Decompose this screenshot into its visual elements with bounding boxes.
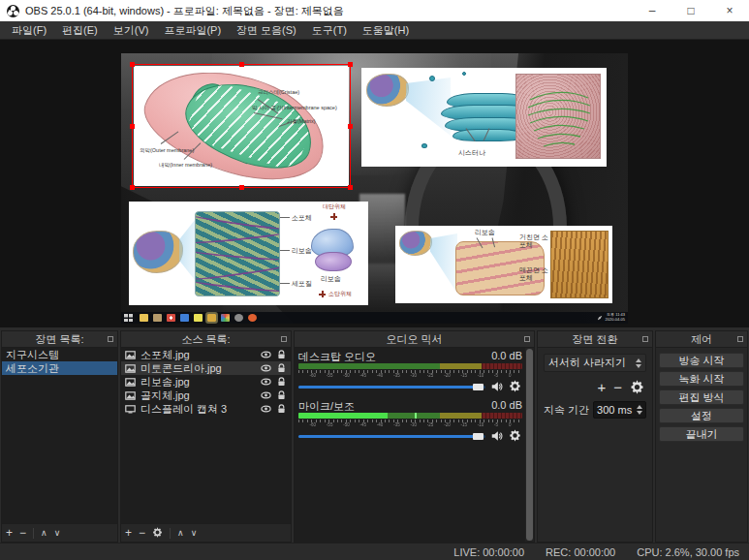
visibility-eye-icon[interactable] bbox=[261, 390, 271, 400]
add-transition-button[interactable]: + bbox=[597, 379, 606, 395]
source-row[interactable]: 리보솜.jpg bbox=[121, 375, 291, 389]
menu-item[interactable]: 도구(T) bbox=[304, 21, 355, 40]
selection-handle[interactable] bbox=[348, 124, 353, 129]
source-row[interactable]: 미토콘드리아.jpg bbox=[121, 361, 291, 375]
golgi-micrograph bbox=[515, 74, 601, 159]
cpu-fps: CPU: 2.6%, 30.00 fps bbox=[637, 546, 739, 558]
meter-scale: -60-55-50-45-40-35-30-25-20-15-10-50 bbox=[298, 370, 522, 377]
scenes-dock-header[interactable]: 장면 목록: bbox=[2, 331, 117, 348]
close-button[interactable]: × bbox=[710, 0, 749, 21]
image-source-icon bbox=[125, 364, 136, 373]
control-button[interactable]: 녹화 시작 bbox=[659, 371, 744, 387]
sources-dock-title: 소스 목록: bbox=[181, 332, 230, 347]
speaker-icon[interactable] bbox=[490, 380, 504, 393]
add-scene-button[interactable]: + bbox=[6, 527, 13, 539]
source-row[interactable]: 디스플레이 캡쳐 3 bbox=[121, 402, 291, 416]
control-button[interactable]: 설정 bbox=[659, 408, 744, 423]
er-image[interactable]: 리보솜 거친면 소포체 매끈면 소포체 bbox=[395, 226, 612, 303]
menu-item[interactable]: 장면 모음(S) bbox=[229, 21, 304, 40]
label-inner-membrane: 내막(Inner membrane) bbox=[159, 162, 212, 168]
speaker-icon[interactable] bbox=[490, 429, 504, 443]
volume-meter bbox=[298, 413, 522, 419]
source-label: 골지체.jpg bbox=[140, 389, 190, 403]
source-row[interactable]: 골지체.jpg bbox=[121, 389, 291, 402]
dock-float-icon bbox=[281, 336, 287, 342]
scene-down-button[interactable]: ∨ bbox=[54, 529, 61, 538]
obs-logo-icon bbox=[7, 5, 19, 17]
selection-handle[interactable] bbox=[130, 62, 135, 67]
selection-handle[interactable] bbox=[348, 185, 353, 190]
meter-scale: -60-55-50-45-40-35-30-25-20-15-10-50 bbox=[298, 420, 522, 426]
menu-item[interactable]: 편집(E) bbox=[54, 21, 106, 40]
scene-row[interactable]: 세포소기관 bbox=[2, 361, 117, 375]
app-icon bbox=[234, 314, 243, 322]
lock-icon[interactable] bbox=[276, 404, 287, 414]
scene-row[interactable]: 지구시스템 bbox=[2, 348, 117, 361]
remove-source-button[interactable]: − bbox=[139, 527, 145, 539]
titlebar: OBS 25.0.1 (64-bit, windows) - 프로파일: 제목없… bbox=[0, 0, 749, 21]
label-outer-membrane: 외막(Outer membrane) bbox=[140, 147, 194, 153]
controls-dock-header[interactable]: 제어 bbox=[656, 331, 747, 348]
er-cytoplasm-image[interactable]: 소포체 리보솜 세포질 대단위체 리보솜 소단위체 bbox=[129, 202, 368, 305]
menu-item[interactable]: 파일(F) bbox=[4, 21, 54, 40]
preview-area[interactable]: 크리스테(Cristae) 막 사이 공간(Intermembrane spac… bbox=[0, 40, 749, 327]
lock-icon[interactable] bbox=[276, 363, 287, 373]
control-button[interactable]: 방송 시작 bbox=[659, 353, 744, 368]
selection-handle[interactable] bbox=[130, 185, 135, 190]
source-up-button[interactable]: ∧ bbox=[177, 529, 184, 538]
meter-scale-numbers: -60-55-50-45-40-35-30-25-20-15-10-50 bbox=[310, 421, 512, 426]
transitions-dock-header[interactable]: 장면 전환 bbox=[538, 331, 652, 348]
selection-handle[interactable] bbox=[130, 124, 135, 129]
app-icon bbox=[153, 314, 162, 322]
selection-handle[interactable] bbox=[239, 185, 244, 190]
menu-item[interactable]: 프로파일(P) bbox=[156, 21, 229, 40]
app-icon bbox=[194, 314, 203, 322]
menu-item[interactable]: 도움말(H) bbox=[355, 21, 417, 40]
remove-transition-button[interactable]: − bbox=[613, 379, 622, 395]
volume-meter bbox=[298, 363, 522, 369]
cell-inset-illustration bbox=[133, 231, 183, 273]
lock-icon[interactable] bbox=[276, 390, 287, 400]
control-button[interactable]: 끝내기 bbox=[659, 426, 744, 442]
label-cristae: 크리스테(Cristae) bbox=[258, 89, 299, 95]
scene-label: 세포소기관 bbox=[6, 361, 59, 376]
transition-select[interactable]: 서서히 사라지기 bbox=[544, 354, 646, 372]
source-label: 디스플레이 캡쳐 3 bbox=[140, 402, 227, 417]
visibility-eye-icon[interactable] bbox=[261, 377, 271, 387]
channel-name: 데스크탑 오디오 bbox=[298, 350, 376, 362]
golgi-image[interactable]: 시스터나 bbox=[361, 68, 607, 167]
selection-handle[interactable] bbox=[348, 62, 353, 67]
channel-settings-gear-icon[interactable] bbox=[509, 429, 522, 443]
add-source-button[interactable]: + bbox=[125, 527, 132, 539]
mixer-scrollbar[interactable] bbox=[525, 348, 534, 542]
remove-scene-button[interactable]: − bbox=[19, 527, 26, 539]
sources-dock-header[interactable]: 소스 목록: bbox=[121, 331, 291, 348]
lock-icon[interactable] bbox=[276, 350, 287, 359]
app-icon bbox=[221, 314, 230, 322]
volume-slider[interactable] bbox=[298, 429, 485, 443]
visibility-eye-icon[interactable] bbox=[261, 363, 271, 373]
visibility-eye-icon[interactable] bbox=[261, 350, 271, 359]
maximize-button[interactable]: □ bbox=[671, 0, 710, 21]
channel-settings-gear-icon[interactable] bbox=[509, 380, 522, 393]
menu-item[interactable]: 보기(V) bbox=[106, 21, 157, 40]
source-properties-gear-icon[interactable] bbox=[152, 527, 163, 540]
minimize-button[interactable]: – bbox=[633, 0, 671, 21]
visibility-eye-icon[interactable] bbox=[261, 404, 271, 414]
control-button[interactable]: 편집 방식 bbox=[659, 389, 744, 405]
source-row[interactable]: 소포체.jpg bbox=[121, 348, 291, 361]
app-icon bbox=[180, 314, 189, 322]
volume-slider[interactable] bbox=[298, 380, 485, 393]
cell-inset-illustration bbox=[399, 231, 432, 256]
label-ribosome: 리보솜 bbox=[292, 247, 312, 255]
lock-icon[interactable] bbox=[276, 377, 287, 387]
selection-handle[interactable] bbox=[239, 62, 244, 67]
channel-name: 마이크/보조 bbox=[298, 399, 355, 412]
scene-up-button[interactable]: ∧ bbox=[41, 529, 47, 538]
transition-properties-gear-icon[interactable] bbox=[630, 380, 644, 394]
source-down-button[interactable]: ∨ bbox=[191, 529, 198, 538]
mixer-dock-header[interactable]: 오디오 믹서 bbox=[295, 331, 534, 348]
spinbox-arrows-icon[interactable] bbox=[637, 405, 642, 415]
duration-spinbox[interactable]: 300 ms bbox=[593, 401, 646, 419]
mitochondria-image[interactable]: 크리스테(Cristae) 막 사이 공간(Intermembrane spac… bbox=[134, 66, 349, 186]
